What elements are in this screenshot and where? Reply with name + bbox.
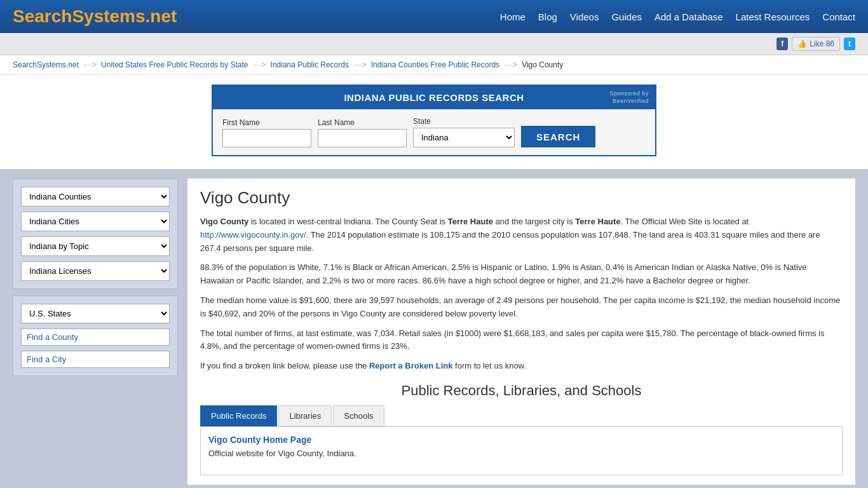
search-fields: First Name Last Name State Indiana SEARC… bbox=[213, 109, 655, 155]
breadcrumb-sep-2: ····> bbox=[353, 60, 366, 69]
search-title: INDIANA PUBLIC RECORDS SEARCH bbox=[344, 92, 524, 103]
us-nav-box: U.S. States Find a County Find a City bbox=[13, 295, 178, 376]
last-name-label: Last Name bbox=[318, 118, 407, 127]
breadcrumb-link-2[interactable]: Indiana Public Records bbox=[271, 60, 349, 69]
last-name-group: Last Name bbox=[318, 118, 407, 147]
main-layout: Indiana Counties Indiana Cities Indiana … bbox=[0, 169, 868, 488]
twitter-button[interactable]: t bbox=[844, 37, 855, 50]
search-box-header: INDIANA PUBLIC RECORDS SEARCH Sponsored … bbox=[213, 86, 655, 109]
main-nav: Home Blog Videos Guides Add a Database L… bbox=[500, 11, 855, 22]
nav-contact[interactable]: Contact bbox=[822, 11, 855, 22]
bold-county-seat: Terre Haute bbox=[448, 217, 493, 226]
tab-libraries[interactable]: Libraries bbox=[278, 405, 332, 426]
county-home-page-desc: Official website for Vigo County, Indian… bbox=[208, 447, 834, 461]
content-para2: 88.3% of the population is White, 7.1% i… bbox=[200, 261, 843, 288]
like-count: Like 86 bbox=[810, 39, 834, 48]
facebook-button[interactable]: f bbox=[776, 37, 788, 50]
page-title: Vigo County bbox=[200, 188, 843, 208]
search-section: INDIANA PUBLIC RECORDS SEARCH Sponsored … bbox=[0, 75, 868, 169]
facebook-icon: f bbox=[781, 39, 783, 48]
state-group: State Indiana bbox=[413, 117, 515, 147]
sponsored-info: Sponsored by BeenVerified bbox=[609, 90, 649, 105]
nav-add-database[interactable]: Add a Database bbox=[654, 11, 723, 22]
nav-latest-resources[interactable]: Latest Resources bbox=[736, 11, 810, 22]
breadcrumb-sep-3: ····> bbox=[504, 60, 517, 69]
breadcrumb-link-0[interactable]: SearchSystems.net bbox=[13, 60, 79, 69]
social-bar: f 👍 Like 86 t bbox=[0, 33, 868, 55]
site-logo[interactable]: SearchSystems.net bbox=[13, 6, 177, 27]
us-states-select[interactable]: U.S. States bbox=[21, 304, 170, 323]
nav-blog[interactable]: Blog bbox=[538, 11, 557, 22]
county-website-link[interactable]: http://www.vigocounty.in.gov/ bbox=[200, 230, 306, 240]
indiana-topic-select[interactable]: Indiana by Topic bbox=[21, 236, 170, 256]
first-name-input[interactable] bbox=[222, 129, 311, 147]
twitter-icon: t bbox=[848, 39, 851, 48]
nav-guides[interactable]: Guides bbox=[611, 11, 642, 22]
search-box: INDIANA PUBLIC RECORDS SEARCH Sponsored … bbox=[212, 85, 656, 156]
nav-videos[interactable]: Videos bbox=[570, 11, 599, 22]
find-city-link[interactable]: Find a City bbox=[21, 351, 170, 368]
state-label: State bbox=[413, 117, 515, 126]
find-county-link[interactable]: Find a County bbox=[21, 329, 170, 346]
nav-home[interactable]: Home bbox=[500, 11, 526, 22]
first-name-label: First Name bbox=[222, 118, 311, 127]
bold-county: Vigo County bbox=[200, 217, 248, 226]
facebook-like-button[interactable]: 👍 Like 86 bbox=[792, 37, 840, 51]
content-para5: If you find a broken link below, please … bbox=[200, 360, 843, 373]
content-para4: The total number of firms, at last estim… bbox=[200, 327, 843, 354]
state-select[interactable]: Indiana bbox=[413, 128, 515, 147]
breadcrumb-link-1[interactable]: United States Free Public Records by Sta… bbox=[101, 60, 248, 69]
first-name-group: First Name bbox=[222, 118, 311, 147]
indiana-nav-box: Indiana Counties Indiana Cities Indiana … bbox=[13, 179, 178, 289]
breadcrumb-sep-0: ····> bbox=[83, 60, 96, 69]
report-broken-link[interactable]: Report a Broken Link bbox=[369, 361, 452, 370]
logo-text: SearchSystems bbox=[13, 6, 146, 26]
tabs-bar: Public Records Libraries Schools bbox=[200, 405, 843, 426]
last-name-input[interactable] bbox=[318, 129, 407, 147]
header: SearchSystems.net Home Blog Videos Guide… bbox=[0, 0, 868, 33]
indiana-counties-select[interactable]: Indiana Counties bbox=[21, 187, 170, 207]
breadcrumb-link-3[interactable]: Indiana Counties Free Public Records bbox=[371, 60, 499, 69]
breadcrumb-sep-1: ····> bbox=[253, 60, 266, 69]
content-area: Vigo County Vigo County is located in we… bbox=[187, 179, 855, 485]
tab-public-records[interactable]: Public Records bbox=[200, 405, 277, 426]
county-home-page-link[interactable]: Vigo County Home Page bbox=[208, 435, 311, 445]
sidebar: Indiana Counties Indiana Cities Indiana … bbox=[13, 179, 178, 485]
breadcrumb-current: Vigo County bbox=[522, 60, 563, 69]
indiana-licenses-select[interactable]: Indiana Licenses bbox=[21, 261, 170, 281]
content-para1: Vigo County is located in west-central I… bbox=[200, 215, 843, 255]
content-para3: The median home value is $91,600, there … bbox=[200, 294, 843, 321]
bold-largest-city: Terre Haute bbox=[575, 217, 620, 226]
indiana-cities-select[interactable]: Indiana Cities bbox=[21, 212, 170, 231]
logo-accent: .net bbox=[146, 6, 177, 26]
search-button[interactable]: SEARCH bbox=[521, 126, 595, 147]
section-title: Public Records, Libraries, and Schools bbox=[200, 383, 843, 399]
breadcrumb: SearchSystems.net ····> United States Fr… bbox=[0, 55, 868, 75]
tab-schools[interactable]: Schools bbox=[333, 405, 384, 426]
tab-content-public-records: Vigo County Home Page Official website f… bbox=[200, 426, 843, 475]
